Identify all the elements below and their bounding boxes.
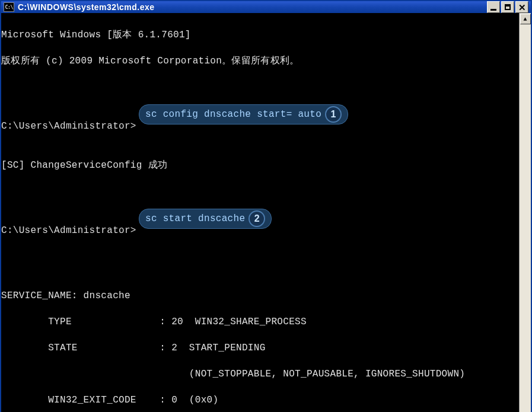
annotation-badge-1: 1 bbox=[325, 106, 342, 123]
service-type: TYPE : 20 WIN32_SHARE_PROCESS bbox=[1, 317, 307, 327]
service-state: STATE : 2 START_PENDING bbox=[1, 343, 266, 353]
prompt-1: C:\Users\Administrator> bbox=[1, 121, 136, 132]
minimize-button[interactable] bbox=[487, 1, 500, 13]
copyright-line: 版权所有 (c) 2009 Microsoft Corporation。保留所有… bbox=[1, 56, 300, 66]
cmd-icon: C:\ bbox=[4, 2, 14, 12]
maximize-button[interactable] bbox=[501, 1, 514, 13]
scroll-up-arrow[interactable]: ▲ bbox=[520, 14, 531, 24]
window-title: C:\WINDOWS\system32\cmd.exe bbox=[18, 2, 487, 12]
service-state-flags: (NOT_STOPPABLE, NOT_PAUSABLE, IGNORES_SH… bbox=[1, 369, 465, 379]
terminal-output[interactable]: Microsoft Windows [版本 6.1.7601] 版权所有 (c)… bbox=[1, 13, 519, 412]
cmd-1-text: sc config dnscache start= auto bbox=[145, 108, 321, 121]
titlebar: C:\ C:\WINDOWS\system32\cmd.exe ✕ bbox=[1, 1, 531, 13]
header-line: Microsoft Windows [版本 6.1.7601] bbox=[1, 30, 191, 40]
annotation-cmd-1: sc config dnscache start= auto 1 bbox=[139, 104, 348, 124]
annotation-badge-2: 2 bbox=[249, 210, 265, 227]
vertical-scrollbar[interactable]: ▲ ▼ bbox=[519, 13, 531, 412]
prompt-2: C:\Users\Administrator> bbox=[1, 225, 136, 236]
cmd-1-response: [SC] ChangeServiceConfig 成功 bbox=[1, 160, 167, 171]
close-button[interactable]: ✕ bbox=[515, 1, 528, 13]
scroll-track[interactable] bbox=[520, 25, 531, 412]
annotation-cmd-2: sc start dnscache 2 bbox=[139, 209, 272, 229]
cmd-window: C:\ C:\WINDOWS\system32\cmd.exe ✕ Micros… bbox=[0, 0, 532, 412]
service-win32-exit: WIN32_EXIT_CODE : 0 (0x0) bbox=[1, 395, 218, 405]
cmd-2-text: sc start dnscache bbox=[145, 212, 245, 225]
service-name: SERVICE_NAME: dnscache bbox=[1, 290, 130, 301]
window-controls: ✕ bbox=[487, 1, 528, 13]
content-area: Microsoft Windows [版本 6.1.7601] 版权所有 (c)… bbox=[1, 13, 531, 412]
